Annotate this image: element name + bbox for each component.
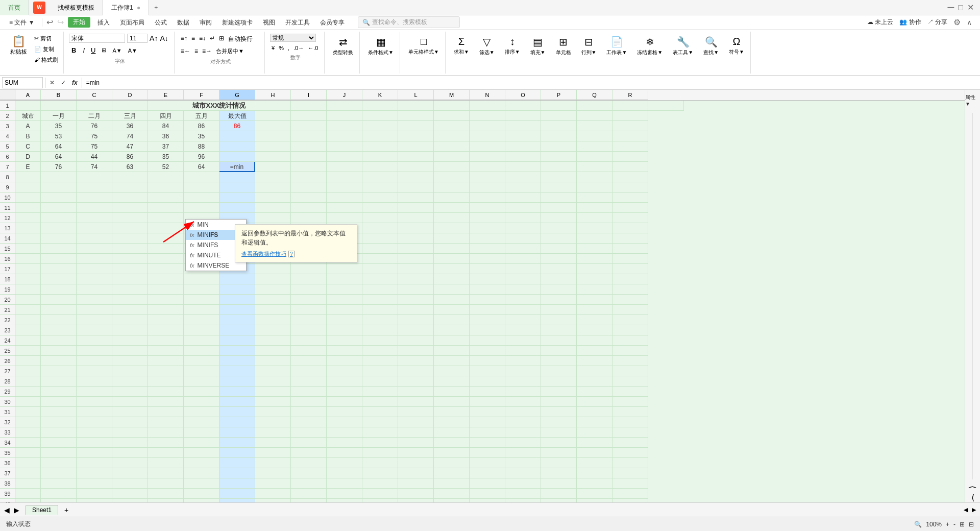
cell-R20[interactable] bbox=[612, 295, 648, 305]
cell-M18[interactable] bbox=[434, 274, 470, 284]
cell-E1[interactable]: 城市XXX统计情况 bbox=[148, 101, 291, 111]
cell-K40[interactable] bbox=[362, 499, 398, 502]
cell-H27[interactable] bbox=[255, 366, 291, 376]
cell-G26[interactable] bbox=[219, 356, 255, 366]
cell-D17[interactable] bbox=[112, 264, 148, 274]
cell-B16[interactable] bbox=[41, 254, 77, 264]
cell-M3[interactable] bbox=[434, 121, 470, 131]
cell-E39[interactable] bbox=[148, 489, 184, 499]
cell-K9[interactable] bbox=[362, 182, 398, 192]
cell-A31[interactable] bbox=[15, 407, 41, 417]
cell-G9[interactable] bbox=[219, 182, 255, 192]
cell-D12[interactable] bbox=[112, 213, 148, 223]
paste-btn[interactable]: 📋 粘贴板 bbox=[7, 34, 30, 58]
cell-F29[interactable] bbox=[184, 387, 219, 397]
col-header-o[interactable]: O bbox=[505, 90, 541, 100]
cell-O14[interactable] bbox=[505, 233, 541, 244]
cell-Q28[interactable] bbox=[577, 376, 612, 387]
cell-P34[interactable] bbox=[541, 438, 577, 448]
cell-M27[interactable] bbox=[434, 366, 470, 376]
col-header-c[interactable]: C bbox=[77, 90, 112, 100]
cell-E6[interactable]: 35 bbox=[148, 152, 184, 162]
cell-E15[interactable] bbox=[148, 244, 184, 254]
cell-L36[interactable] bbox=[398, 458, 434, 468]
cell-L28[interactable] bbox=[398, 376, 434, 387]
cell-H32[interactable] bbox=[255, 417, 291, 427]
cell-P6[interactable] bbox=[541, 152, 577, 162]
cell-O22[interactable] bbox=[505, 315, 541, 325]
align-bottom-btn[interactable]: ≡↓ bbox=[198, 34, 207, 44]
cell-P23[interactable] bbox=[541, 325, 577, 335]
cell-N19[interactable] bbox=[470, 284, 505, 295]
col-header-g[interactable]: G bbox=[219, 90, 255, 100]
cell-R2[interactable] bbox=[612, 111, 648, 121]
cell-B38[interactable] bbox=[41, 478, 77, 489]
cell-A7[interactable]: E bbox=[15, 162, 41, 172]
cell-O10[interactable] bbox=[505, 192, 541, 203]
cell-B29[interactable] bbox=[41, 387, 77, 397]
cell-J6[interactable] bbox=[327, 152, 362, 162]
col-header-m[interactable]: M bbox=[434, 90, 470, 100]
cell-R28[interactable] bbox=[612, 376, 648, 387]
cell-L31[interactable] bbox=[398, 407, 434, 417]
cell-P21[interactable] bbox=[541, 305, 577, 315]
cell-L32[interactable] bbox=[398, 417, 434, 427]
cell-R14[interactable] bbox=[612, 233, 648, 244]
cell-A15[interactable] bbox=[15, 244, 41, 254]
cell-K6[interactable] bbox=[362, 152, 398, 162]
menu-dev[interactable]: 开发工具 bbox=[280, 15, 315, 30]
confirm-formula-btn[interactable]: ✓ bbox=[59, 79, 68, 86]
cell-I34[interactable] bbox=[291, 438, 327, 448]
cell-E7[interactable]: 52 bbox=[148, 162, 184, 172]
cell-N32[interactable] bbox=[470, 417, 505, 427]
cell-P19[interactable] bbox=[541, 284, 577, 295]
cell-M17[interactable] bbox=[434, 264, 470, 274]
cell-O1[interactable] bbox=[541, 101, 577, 111]
cell-R7[interactable] bbox=[612, 162, 648, 172]
cell-H29[interactable] bbox=[255, 387, 291, 397]
cell-G6[interactable] bbox=[219, 152, 255, 162]
cell-G33[interactable] bbox=[219, 427, 255, 438]
cell-D32[interactable] bbox=[112, 417, 148, 427]
cell-N38[interactable] bbox=[470, 478, 505, 489]
cell-N16[interactable] bbox=[470, 254, 505, 264]
cell-R8[interactable] bbox=[612, 172, 648, 182]
cell-L17[interactable] bbox=[398, 264, 434, 274]
collapse-ribbon-btn[interactable]: ∧ bbox=[967, 18, 972, 27]
cell-Q31[interactable] bbox=[577, 407, 612, 417]
cell-H12[interactable] bbox=[255, 213, 291, 223]
cell-J12[interactable] bbox=[327, 213, 362, 223]
cell-E29[interactable] bbox=[148, 387, 184, 397]
cell-J2[interactable] bbox=[327, 111, 362, 121]
cell-M35[interactable] bbox=[434, 448, 470, 458]
cell-N20[interactable] bbox=[470, 295, 505, 305]
cell-P22[interactable] bbox=[541, 315, 577, 325]
cell-D23[interactable] bbox=[112, 325, 148, 335]
cell-C24[interactable] bbox=[77, 335, 112, 346]
menu-insert[interactable]: 插入 bbox=[92, 15, 115, 30]
cell-I5[interactable] bbox=[291, 141, 327, 152]
cell-D25[interactable] bbox=[112, 346, 148, 356]
cell-M22[interactable] bbox=[434, 315, 470, 325]
cell-Q9[interactable] bbox=[577, 182, 612, 192]
col-header-b[interactable]: B bbox=[41, 90, 77, 100]
cell-H39[interactable] bbox=[255, 489, 291, 499]
cell-E27[interactable] bbox=[148, 366, 184, 376]
cell-M10[interactable] bbox=[434, 192, 470, 203]
cell-P18[interactable] bbox=[541, 274, 577, 284]
cell-K32[interactable] bbox=[362, 417, 398, 427]
cell-R36[interactable] bbox=[612, 458, 648, 468]
cell-B37[interactable] bbox=[41, 468, 77, 478]
cell-E19[interactable] bbox=[148, 284, 184, 295]
cell-G10[interactable] bbox=[219, 192, 255, 203]
cell-G25[interactable] bbox=[219, 346, 255, 356]
cell-C29[interactable] bbox=[77, 387, 112, 397]
name-box[interactable] bbox=[2, 77, 43, 88]
cell-A8[interactable] bbox=[15, 172, 41, 182]
expand-icon[interactable]: ⟨ bbox=[968, 486, 977, 489]
cell-F23[interactable] bbox=[184, 325, 219, 335]
cell-A33[interactable] bbox=[15, 427, 41, 438]
cell-N40[interactable] bbox=[470, 499, 505, 502]
cell-M36[interactable] bbox=[434, 458, 470, 468]
cell-O36[interactable] bbox=[505, 458, 541, 468]
